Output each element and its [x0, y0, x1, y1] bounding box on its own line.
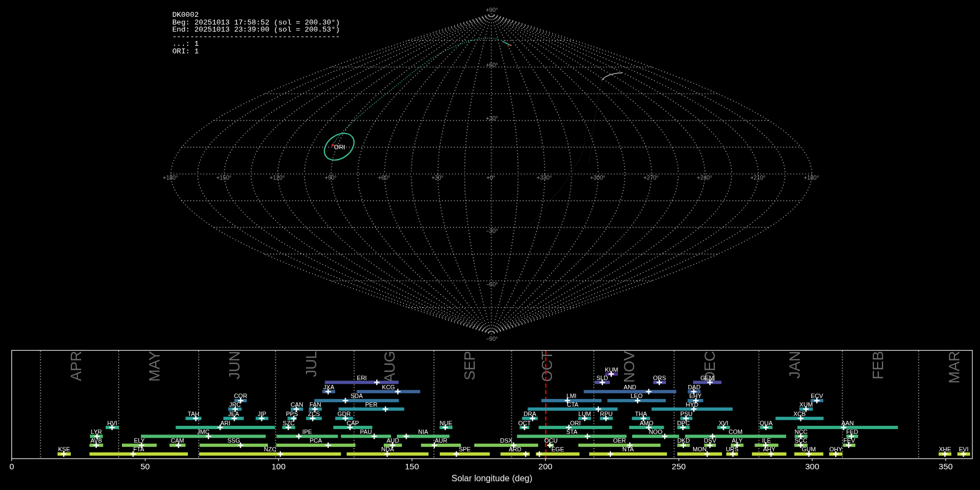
svg-text:ALY: ALY [732, 437, 743, 444]
svg-text:ORS: ORS [653, 375, 666, 381]
svg-text:200: 200 [538, 462, 553, 471]
svg-text:ILE: ILE [762, 437, 771, 444]
svg-text:JAN: JAN [787, 351, 803, 379]
svg-text:FTA: FTA [133, 446, 145, 452]
svg-text:+30°: +30° [486, 115, 498, 121]
svg-text:SEP: SEP [462, 351, 478, 381]
svg-text:−60°: −60° [486, 281, 498, 287]
svg-text:50: 50 [140, 462, 150, 471]
svg-text:SZC: SZC [283, 420, 295, 426]
svg-text:DPC: DPC [677, 420, 690, 426]
svg-text:DRA: DRA [524, 411, 537, 417]
svg-text:PSU: PSU [680, 411, 693, 417]
svg-text:COR: COR [234, 393, 248, 399]
svg-text:LYR: LYR [91, 428, 102, 435]
svg-text:DKD: DKD [677, 437, 690, 444]
svg-text:+300°: +300° [590, 174, 605, 181]
svg-text:XVI: XVI [719, 420, 728, 426]
svg-text:DSX: DSX [500, 437, 512, 444]
svg-text:+150°: +150° [216, 174, 231, 181]
svg-text:CTA: CTA [567, 401, 579, 408]
svg-text:+180°: +180° [804, 174, 819, 181]
svg-text:250: 250 [672, 462, 686, 471]
svg-text:KSE: KSE [58, 446, 70, 452]
svg-text:OHY: OHY [829, 446, 843, 452]
svg-text:+0°: +0° [487, 174, 495, 181]
svg-text:SLD: SLD [596, 375, 608, 381]
svg-text:PER: PER [365, 401, 378, 408]
svg-text:PCA: PCA [310, 437, 322, 444]
svg-text:+90°: +90° [486, 7, 498, 13]
svg-text:SPE: SPE [459, 446, 471, 452]
svg-text:NIA: NIA [418, 428, 428, 435]
svg-text:LMI: LMI [567, 393, 577, 399]
svg-text:CAM: CAM [171, 437, 184, 444]
svg-text:APR: APR [68, 351, 84, 382]
svg-text:NOO: NOO [649, 428, 663, 435]
svg-text:AVB: AVB [90, 437, 102, 444]
svg-text:FEV: FEV [843, 437, 855, 444]
svg-text:+270°: +270° [644, 174, 659, 181]
svg-text:+30°: +30° [431, 174, 443, 181]
svg-text:JUN: JUN [226, 351, 243, 380]
svg-text:ARD: ARD [509, 446, 521, 452]
svg-text:JUL: JUL [303, 351, 320, 377]
svg-text:NDA: NDA [381, 446, 394, 452]
svg-text:URS: URS [726, 446, 738, 452]
svg-text:RPU: RPU [600, 411, 612, 417]
svg-text:Solar longitude (deg): Solar longitude (deg) [451, 474, 532, 483]
svg-text:JXA: JXA [323, 384, 335, 390]
svg-text:OCT: OCT [518, 420, 531, 426]
svg-text:ELY: ELY [134, 437, 145, 444]
svg-text:150: 150 [405, 462, 419, 471]
svg-text:AMO: AMO [640, 420, 654, 426]
svg-text:TAH: TAH [188, 411, 199, 417]
svg-text:SSG: SSG [228, 437, 240, 444]
svg-text:CAN: CAN [291, 401, 303, 408]
svg-text:+60°: +60° [486, 62, 498, 68]
svg-text:PAU: PAU [360, 428, 372, 435]
svg-text:+120°: +120° [270, 174, 285, 181]
svg-text:EGE: EGE [552, 446, 564, 452]
svg-text:GDR: GDR [338, 411, 351, 417]
svg-text:GUM: GUM [802, 446, 816, 452]
svg-text:MAR: MAR [946, 351, 963, 384]
svg-text:OCU: OCU [544, 437, 558, 444]
svg-text:NCC: NCC [794, 428, 807, 435]
svg-text:XCB: XCB [793, 411, 806, 417]
svg-text:+240°: +240° [697, 174, 712, 181]
svg-text:ORI: ORI [334, 144, 345, 150]
svg-text:GEM: GEM [700, 375, 714, 381]
svg-text:NZC: NZC [264, 446, 277, 452]
svg-text:AUD: AUD [387, 437, 399, 444]
svg-text:OER: OER [613, 437, 626, 444]
svg-text:ERI: ERI [357, 375, 366, 381]
svg-text:XHE: XHE [939, 446, 951, 452]
svg-text:QUA: QUA [759, 420, 773, 426]
svg-text:+210°: +210° [750, 174, 765, 181]
svg-text:ORI: ORI [570, 420, 581, 426]
svg-text:+90°: +90° [324, 174, 336, 181]
svg-text:ECV: ECV [811, 393, 823, 399]
svg-text:ARI: ARI [220, 420, 230, 426]
svg-text:−30°: −30° [486, 228, 498, 234]
svg-text:MAY: MAY [146, 351, 163, 382]
svg-text:CAP: CAP [347, 420, 359, 426]
svg-text:AHY: AHY [763, 446, 775, 452]
svg-text:EVI: EVI [959, 446, 969, 452]
svg-text:300: 300 [805, 462, 819, 471]
svg-text:+180°: +180° [163, 174, 178, 181]
svg-text:SCC: SCC [794, 437, 807, 444]
svg-text:MON: MON [693, 446, 707, 452]
svg-text:OCT: OCT [539, 351, 555, 382]
svg-text:THA: THA [635, 411, 647, 417]
svg-text:NOV: NOV [621, 351, 638, 383]
svg-text:IPE: IPE [302, 428, 312, 435]
svg-text:PPS: PPS [286, 411, 298, 417]
svg-text:JEA: JEA [228, 411, 240, 417]
svg-text:+330°: +330° [537, 174, 552, 181]
svg-text:AUG: AUG [382, 351, 398, 383]
svg-text:LUM: LUM [578, 411, 591, 417]
svg-text:FEB: FEB [870, 351, 886, 380]
svg-text:HVI: HVI [107, 420, 117, 426]
